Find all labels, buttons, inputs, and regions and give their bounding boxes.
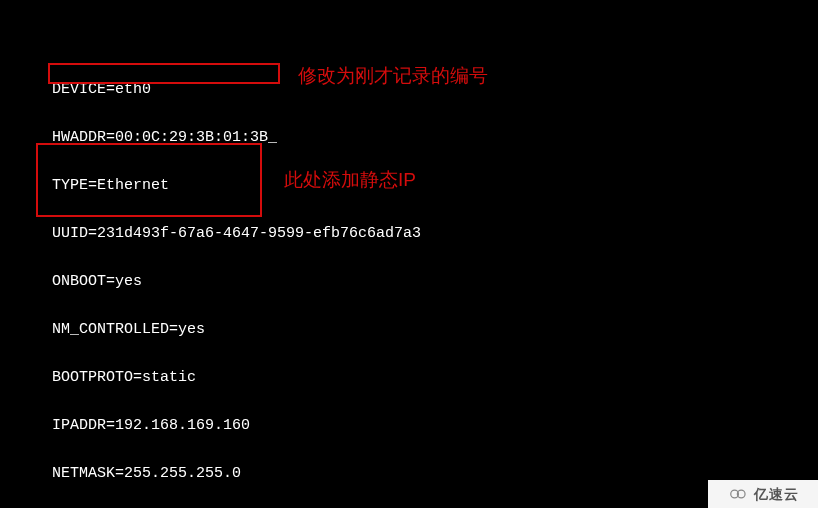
annotation-staticip: 此处添加静态IP <box>284 168 416 193</box>
config-line-ipaddr: IPADDR=192.168.169.160 <box>52 418 421 434</box>
config-line-netmask: NETMASK=255.255.255.0 <box>52 466 421 482</box>
cloud-icon <box>728 487 750 501</box>
watermark: 亿速云 <box>708 480 818 508</box>
config-line-onboot: ONBOOT=yes <box>52 274 421 290</box>
config-line-hwaddr: HWADDR=00:0C:29:3B:01:3B_ <box>52 130 421 146</box>
config-line-bootproto: BOOTPROTO=static <box>52 370 421 386</box>
terminal-editor[interactable]: DEVICE=eth0 HWADDR=00:0C:29:3B:01:3B_ TY… <box>52 50 421 508</box>
watermark-text: 亿速云 <box>754 486 799 502</box>
text-cursor: _ <box>268 130 277 146</box>
annotation-hwaddr: 修改为刚才记录的编号 <box>298 64 488 89</box>
config-line-nmcontrolled: NM_CONTROLLED=yes <box>52 322 421 338</box>
config-line-uuid: UUID=231d493f-67a6-4647-9599-efb76c6ad7a… <box>52 226 421 242</box>
